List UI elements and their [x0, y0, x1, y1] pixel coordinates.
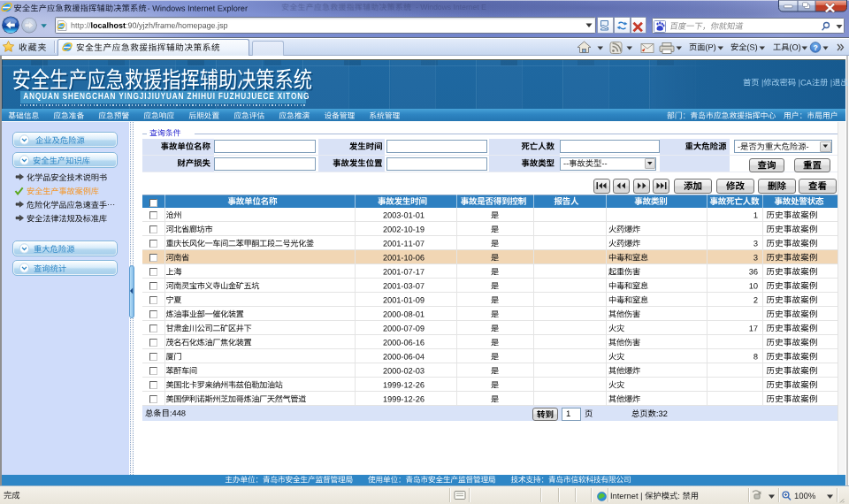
svg-text:?: ? — [813, 43, 817, 52]
